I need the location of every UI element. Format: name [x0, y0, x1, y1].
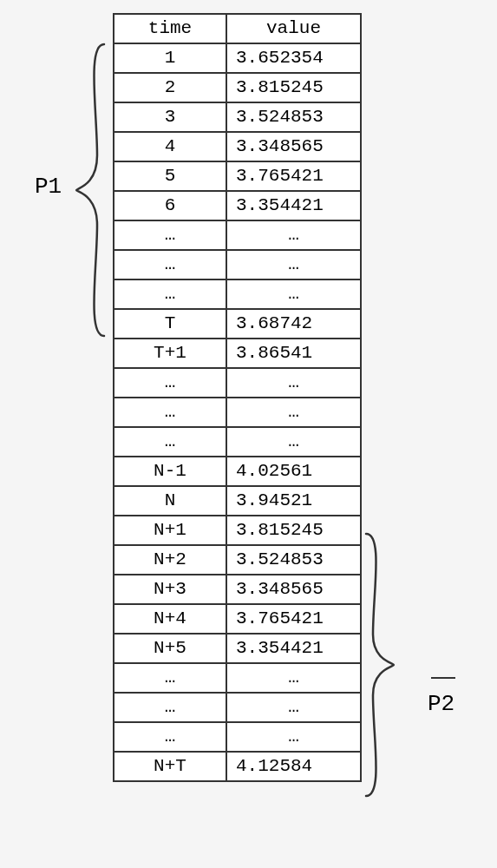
cell-time: N+4 [114, 604, 226, 634]
cell-time: … [114, 279, 226, 309]
cell-value: 3.68742 [226, 309, 361, 339]
brace-p1 [75, 43, 106, 338]
cell-time: N-1 [114, 457, 226, 486]
label-p1-text: P1 [35, 174, 62, 200]
table-header-row: timevalue [114, 14, 361, 43]
table-row: …… [114, 368, 361, 398]
cell-value: 3.765421 [226, 161, 361, 191]
table-row: T+13.86541 [114, 339, 361, 368]
cell-value: … [226, 220, 361, 250]
table-row: …… [114, 427, 361, 457]
table-row: N-14.02561 [114, 457, 361, 486]
table-row: N3.94521 [114, 486, 361, 516]
table-row: 43.348565 [114, 132, 361, 161]
cell-time: N+3 [114, 575, 226, 604]
table-row: N+33.348565 [114, 575, 361, 604]
cell-time: T+1 [114, 339, 226, 368]
cell-value: 4.12584 [226, 752, 361, 781]
cell-value: 3.765421 [226, 604, 361, 634]
cell-value: … [226, 693, 361, 722]
cell-time: N+5 [114, 634, 226, 663]
cell-time: 1 [114, 43, 226, 73]
cell-time: time [114, 14, 226, 43]
table-row: …… [114, 250, 361, 279]
cell-time: N+2 [114, 545, 226, 575]
cell-value: 4.02561 [226, 457, 361, 486]
table-row: 23.815245 [114, 73, 361, 102]
table-row: N+T4.12584 [114, 752, 361, 781]
table-row: …… [114, 722, 361, 752]
cell-value: value [226, 14, 361, 43]
table-row: …… [114, 693, 361, 722]
cell-time: … [114, 220, 226, 250]
cell-time: … [114, 663, 226, 693]
dash-icon [431, 677, 455, 679]
cell-value: 3.815245 [226, 73, 361, 102]
cell-value: 3.354421 [226, 634, 361, 663]
cell-time: … [114, 368, 226, 398]
table-row: N+43.765421 [114, 604, 361, 634]
cell-time: 5 [114, 161, 226, 191]
label-p2: P2 [428, 665, 497, 717]
data-table: timevalue13.65235423.81524533.52485343.3… [113, 13, 362, 782]
cell-time: N+1 [114, 516, 226, 545]
cell-time: 3 [114, 102, 226, 132]
cell-value: … [226, 398, 361, 427]
cell-time: … [114, 398, 226, 427]
cell-time: 6 [114, 191, 226, 220]
cell-time: … [114, 693, 226, 722]
cell-value: 3.354421 [226, 191, 361, 220]
cell-time: … [114, 722, 226, 752]
table-row: …… [114, 398, 361, 427]
table-row: …… [114, 279, 361, 309]
cell-time: … [114, 427, 226, 457]
cell-time: N+T [114, 752, 226, 781]
brace-p2 [364, 532, 396, 798]
table-row: N+13.815245 [114, 516, 361, 545]
table-row: …… [114, 220, 361, 250]
cell-value: … [226, 663, 361, 693]
cell-value: … [226, 250, 361, 279]
cell-time: 4 [114, 132, 226, 161]
cell-value: 3.348565 [226, 575, 361, 604]
table-row: N+53.354421 [114, 634, 361, 663]
table-row: T3.68742 [114, 309, 361, 339]
cell-value: 3.94521 [226, 486, 361, 516]
cell-time: T [114, 309, 226, 339]
cell-time: N [114, 486, 226, 516]
table-row: 63.354421 [114, 191, 361, 220]
table-row: 33.524853 [114, 102, 361, 132]
cell-value: 3.524853 [226, 102, 361, 132]
cell-time: … [114, 250, 226, 279]
cell-value: … [226, 427, 361, 457]
label-p2-text: P2 [428, 691, 454, 717]
table-row: 13.652354 [114, 43, 361, 73]
table-row: 53.765421 [114, 161, 361, 191]
label-p1: P1 [35, 174, 62, 200]
table-row: …… [114, 663, 361, 693]
cell-value: … [226, 368, 361, 398]
cell-value: … [226, 279, 361, 309]
cell-value: 3.86541 [226, 339, 361, 368]
cell-time: 2 [114, 73, 226, 102]
cell-value: 3.815245 [226, 516, 361, 545]
cell-value: 3.524853 [226, 545, 361, 575]
table-row: N+23.524853 [114, 545, 361, 575]
cell-value: … [226, 722, 361, 752]
cell-value: 3.652354 [226, 43, 361, 73]
cell-value: 3.348565 [226, 132, 361, 161]
